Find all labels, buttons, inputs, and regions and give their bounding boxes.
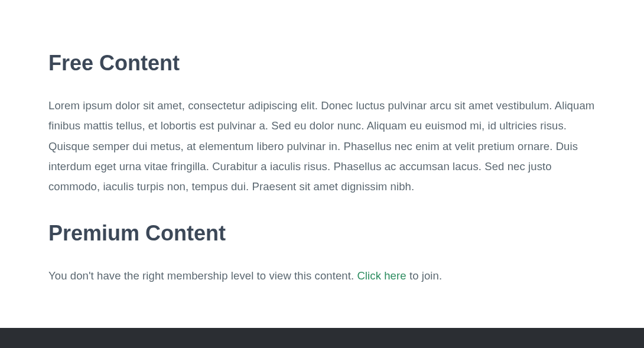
restriction-suffix: to join. (406, 269, 443, 282)
premium-restriction-message: You don't have the right membership leve… (48, 266, 596, 286)
premium-content-heading: Premium Content (48, 220, 596, 246)
footer-bar (0, 328, 644, 348)
free-content-heading: Free Content (48, 50, 596, 76)
free-content-body: Lorem ipsum dolor sit amet, consectetur … (48, 96, 596, 197)
main-content: Free Content Lorem ipsum dolor sit amet,… (0, 0, 644, 287)
join-link[interactable]: Click here (357, 269, 406, 282)
restriction-prefix: You don't have the right membership leve… (48, 269, 357, 282)
